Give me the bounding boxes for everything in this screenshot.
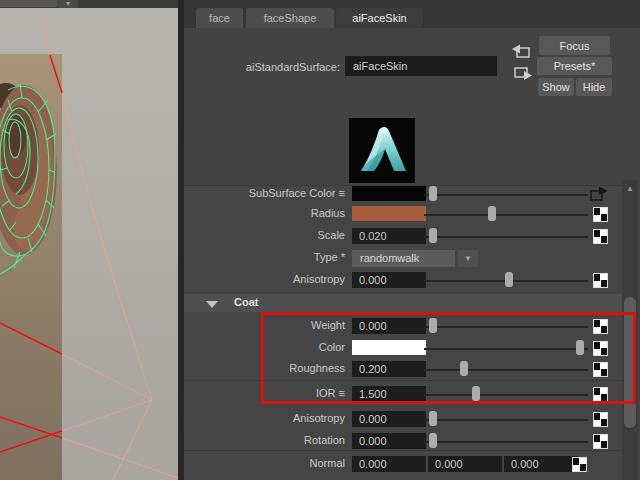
viewport-menu-stub bbox=[0, 0, 57, 7]
checker-map-icon-scale[interactable] bbox=[593, 229, 608, 244]
checker-map-icon-coat-normal[interactable] bbox=[572, 457, 587, 472]
slider-track-coat-weight[interactable] bbox=[424, 326, 588, 328]
mapped-connection-icon-subsurface-color[interactable] bbox=[589, 185, 609, 202]
attr-row-subsurface-color: SubSurface Color ≡ bbox=[184, 185, 622, 206]
attribute-scroll-area: SubSurface Color ≡RadiusScale0.020Type *… bbox=[184, 185, 622, 480]
color-swatch-subsurface-color[interactable] bbox=[352, 186, 426, 201]
value-field-coat-ior[interactable]: 1.500 bbox=[352, 386, 426, 402]
viewport-3d[interactable]: ▾ bbox=[0, 0, 178, 480]
checker-map-icon-coat-color[interactable] bbox=[593, 341, 608, 356]
attr-label-type: Type * bbox=[184, 251, 345, 263]
copy-tab-out-icon[interactable] bbox=[511, 64, 533, 82]
attr-label-scale: Scale bbox=[184, 229, 345, 241]
node-type-label: aiStandardSurface: bbox=[194, 61, 340, 73]
slider-track-coat-ior[interactable] bbox=[424, 394, 588, 396]
value-field-coat-rotation[interactable]: 0.000 bbox=[352, 433, 426, 449]
attr-label-coat-anisotropy: Anisotropy bbox=[184, 412, 345, 424]
attr-label-subsurface-color: SubSurface Color ≡ bbox=[184, 187, 345, 199]
attr-row-coat-weight: Weight0.000 bbox=[184, 316, 622, 338]
checker-map-icon-radius[interactable] bbox=[593, 207, 608, 222]
slider-handle-coat-color[interactable] bbox=[576, 340, 584, 355]
row-divider bbox=[184, 450, 622, 451]
slider-track-coat-roughness[interactable] bbox=[424, 369, 588, 371]
value-field-coat-weight[interactable]: 0.000 bbox=[352, 318, 426, 334]
slider-track-radius[interactable] bbox=[424, 214, 588, 216]
attr-row-anisotropy: Anisotropy0.000 bbox=[184, 270, 622, 292]
checker-map-icon-coat-ior[interactable] bbox=[593, 387, 608, 402]
checker-map-icon-coat-rotation[interactable] bbox=[593, 434, 608, 449]
scroll-up-arrow-icon[interactable]: ▲ bbox=[622, 182, 638, 195]
value-field-anisotropy[interactable]: 0.000 bbox=[352, 272, 426, 288]
checker-map-icon-coat-roughness[interactable] bbox=[593, 362, 608, 377]
viewport-scene bbox=[0, 0, 178, 480]
slider-handle-radius[interactable] bbox=[488, 206, 496, 221]
attr-row-coat-anisotropy: Anisotropy0.000 bbox=[184, 409, 622, 431]
value-field-scale[interactable]: 0.020 bbox=[352, 228, 426, 244]
scrollbar-thumb[interactable] bbox=[624, 297, 636, 428]
arnold-material-swatch[interactable] bbox=[349, 118, 415, 183]
attr-label-coat-rotation: Rotation bbox=[184, 434, 345, 446]
tab-face[interactable]: face bbox=[196, 8, 243, 28]
value-field-coat-normal-0[interactable]: 0.000 bbox=[352, 456, 426, 472]
checker-map-icon-coat-anisotropy[interactable] bbox=[593, 412, 608, 427]
dropdown-type[interactable]: randomwalk bbox=[352, 250, 455, 267]
attr-label-coat-normal: Normal bbox=[184, 457, 345, 469]
row-divider bbox=[184, 380, 622, 381]
focus-button[interactable]: Focus bbox=[539, 36, 610, 55]
presets-button[interactable]: Presets* bbox=[537, 57, 612, 75]
checker-map-icon-anisotropy[interactable] bbox=[593, 273, 608, 288]
slider-track-scale[interactable] bbox=[424, 236, 588, 238]
attr-label-coat-roughness: Roughness bbox=[184, 362, 345, 374]
tab-bar: face faceShape aiFaceSkin bbox=[184, 0, 640, 28]
slider-track-coat-rotation[interactable] bbox=[424, 441, 588, 443]
tab-aifaceskin[interactable]: aiFaceSkin bbox=[336, 8, 423, 28]
node-name-input[interactable]: aiFaceSkin bbox=[345, 56, 497, 76]
viewport-topbar: ▾ bbox=[0, 0, 178, 8]
slider-handle-coat-roughness[interactable] bbox=[460, 361, 468, 376]
attr-label-radius: Radius bbox=[184, 207, 345, 219]
attr-row-coat-color: Color bbox=[184, 338, 622, 360]
maya-window: ▾ face faceShape aiFaceSkin aiStandardSu… bbox=[0, 0, 640, 480]
attr-row-coat-normal: Normal0.0000.0000.000 bbox=[184, 454, 622, 476]
value-field-coat-normal-1[interactable]: 0.000 bbox=[428, 456, 502, 472]
section-title: Coat bbox=[234, 296, 258, 308]
slider-handle-coat-rotation[interactable] bbox=[429, 433, 437, 448]
slider-handle-subsurface-color[interactable] bbox=[429, 186, 437, 201]
tab-faceshape[interactable]: faceShape bbox=[246, 8, 334, 28]
copy-tab-in-icon[interactable] bbox=[511, 43, 533, 61]
section-header-coat[interactable]: Coat bbox=[184, 294, 622, 312]
attr-label-coat-ior: IOR ≡ bbox=[184, 387, 345, 399]
attr-row-type: Type *randomwalk▼ bbox=[184, 248, 622, 270]
color-swatch-radius[interactable] bbox=[352, 206, 426, 221]
section-collapse-arrow-icon[interactable] bbox=[206, 301, 218, 308]
slider-handle-coat-anisotropy[interactable] bbox=[429, 411, 437, 426]
slider-handle-coat-ior[interactable] bbox=[472, 386, 480, 401]
slider-track-coat-anisotropy[interactable] bbox=[424, 419, 588, 421]
slider-track-subsurface-color[interactable] bbox=[424, 194, 588, 196]
viewport-dropdown-arrow-icon[interactable]: ▾ bbox=[58, 0, 78, 8]
value-field-coat-normal-2[interactable]: 0.000 bbox=[504, 456, 578, 472]
attr-label-coat-weight: Weight bbox=[184, 319, 345, 331]
attr-row-coat-roughness: Roughness0.200 bbox=[184, 359, 622, 381]
value-field-coat-anisotropy[interactable]: 0.000 bbox=[352, 411, 426, 427]
slider-handle-coat-weight[interactable] bbox=[429, 318, 437, 333]
attr-label-anisotropy: Anisotropy bbox=[184, 273, 345, 285]
color-swatch-coat-color[interactable] bbox=[352, 340, 426, 355]
slider-track-coat-color[interactable] bbox=[424, 348, 588, 350]
attr-row-coat-ior: IOR ≡1.500 bbox=[184, 384, 622, 406]
checker-map-icon-coat-weight[interactable] bbox=[593, 319, 608, 334]
dropdown-arrow-icon[interactable]: ▼ bbox=[458, 250, 478, 267]
slider-handle-anisotropy[interactable] bbox=[505, 272, 513, 287]
attribute-editor-panel: face faceShape aiFaceSkin aiStandardSurf… bbox=[184, 0, 640, 480]
hide-button[interactable]: Hide bbox=[576, 78, 612, 96]
value-field-coat-roughness[interactable]: 0.200 bbox=[352, 361, 426, 377]
vertical-scrollbar[interactable]: ▲ bbox=[622, 180, 638, 480]
attr-label-coat-color: Color bbox=[184, 341, 345, 353]
attr-row-radius: Radius bbox=[184, 204, 622, 226]
attr-row-scale: Scale0.020 bbox=[184, 226, 622, 248]
arnold-logo-icon bbox=[349, 118, 415, 183]
show-button[interactable]: Show bbox=[538, 78, 574, 96]
slider-handle-scale[interactable] bbox=[429, 228, 437, 243]
